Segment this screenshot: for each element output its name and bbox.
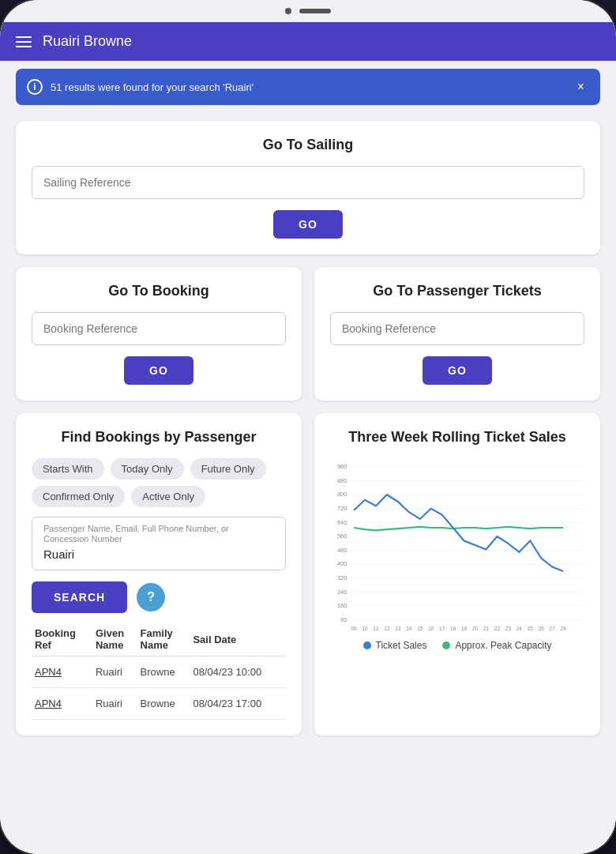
today-only-chip[interactable]: Today Only (111, 458, 184, 480)
go-to-booking-card: Go To Booking GO (16, 267, 302, 401)
app-header: Ruairi Browne (0, 22, 616, 61)
peak-capacity-legend-dot (442, 641, 450, 649)
family-name-cell: Browne (137, 656, 190, 688)
svg-text:80: 80 (340, 616, 347, 623)
passenger-search-input[interactable] (43, 547, 274, 561)
go-to-booking-title: Go To Booking (32, 283, 286, 299)
find-bookings-title: Find Bookings by Passenger (32, 429, 286, 446)
go-to-booking-button[interactable]: GO (124, 356, 193, 385)
ticket-sales-legend: Ticket Sales (363, 640, 427, 651)
main-content: Go To Sailing GO Go To Booking GO Go To … (0, 113, 616, 751)
svg-text:880: 880 (337, 477, 347, 484)
passenger-input-wrapper: Passenger Name, Email, Full Phone Number… (32, 517, 286, 570)
ticket-sales-legend-dot (363, 641, 371, 649)
peak-capacity-line (354, 527, 563, 530)
results-table: BookingRef GivenName FamilyName Sail Dat… (32, 623, 286, 720)
hamburger-menu-icon[interactable] (16, 36, 32, 47)
svg-text:12: 12 (384, 626, 390, 631)
svg-text:560: 560 (337, 532, 347, 540)
ticket-sales-chart: 960 880 800 720 640 560 480 400 320 240 (330, 458, 584, 632)
col-family-name: FamilyName (137, 623, 190, 656)
find-bookings-card: Find Bookings by Passenger Starts With T… (16, 413, 302, 735)
svg-text:160: 160 (337, 602, 347, 609)
booking-reference-input-right[interactable] (330, 312, 584, 345)
filter-chips: Starts With Today Only Future Only Confi… (32, 458, 286, 507)
svg-text:320: 320 (337, 574, 347, 581)
svg-text:720: 720 (337, 505, 347, 512)
info-icon: i (27, 79, 43, 95)
svg-text:24: 24 (516, 626, 523, 631)
svg-text:16: 16 (428, 626, 434, 631)
svg-text:17: 17 (439, 626, 445, 631)
svg-text:09: 09 (351, 626, 357, 631)
passenger-input-label: Passenger Name, Email, Full Phone Number… (43, 524, 274, 544)
booking-reference-input-left[interactable] (32, 312, 286, 345)
speaker-indicator (299, 9, 331, 13)
svg-text:240: 240 (337, 589, 347, 596)
status-bar (0, 0, 616, 22)
svg-text:14: 14 (406, 626, 412, 631)
ticket-sales-line (354, 495, 563, 571)
future-only-chip[interactable]: Future Only (190, 458, 266, 480)
svg-text:26: 26 (539, 626, 545, 631)
svg-text:800: 800 (337, 491, 347, 498)
svg-text:19: 19 (461, 626, 468, 631)
col-sail-date: Sail Date (190, 623, 286, 656)
help-icon[interactable]: ? (137, 583, 165, 611)
chart-svg: 960 880 800 720 640 560 480 400 320 240 (330, 458, 584, 632)
chart-legend: Ticket Sales Approx. Peak Capacity (330, 640, 584, 651)
svg-text:640: 640 (337, 519, 347, 526)
search-row: SEARCH ? (32, 581, 286, 613)
svg-text:15: 15 (417, 626, 423, 631)
svg-text:28: 28 (561, 626, 567, 631)
svg-text:18: 18 (450, 626, 456, 631)
svg-text:25: 25 (528, 626, 534, 631)
go-to-sailing-card: Go To Sailing GO (16, 121, 600, 254)
svg-text:10: 10 (362, 626, 368, 631)
booking-tickets-row: Go To Booking GO Go To Passenger Tickets… (16, 267, 600, 401)
given-name-cell: Ruairi (92, 656, 137, 688)
svg-text:480: 480 (337, 547, 347, 554)
svg-text:11: 11 (373, 626, 379, 631)
device-screen: Ruairi Browne i 51 results were found fo… (0, 0, 616, 854)
find-bookings-chart-row: Find Bookings by Passenger Starts With T… (16, 413, 600, 735)
camera-indicator (285, 8, 291, 14)
svg-text:20: 20 (472, 626, 479, 631)
svg-text:22: 22 (494, 626, 501, 631)
header-title: Ruairi Browne (43, 33, 132, 50)
go-to-sailing-button[interactable]: GO (273, 210, 343, 239)
notification-bar: i 51 results were found for your search … (16, 69, 600, 105)
svg-text:400: 400 (337, 560, 347, 567)
booking-ref-link-2[interactable]: APN4 (35, 698, 62, 709)
col-given-name: GivenName (92, 623, 137, 656)
sail-date-cell-2: 08/04/23 17:00 (190, 688, 286, 720)
booking-ref-link[interactable]: APN4 (35, 666, 62, 678)
device: Ruairi Browne i 51 results were found fo… (0, 0, 616, 854)
close-icon[interactable]: × (573, 78, 589, 96)
confirmed-only-chip[interactable]: Confirmed Only (32, 486, 125, 507)
ticket-sales-legend-label: Ticket Sales (376, 640, 427, 651)
ticket-sales-title: Three Week Rolling Ticket Sales (330, 429, 584, 446)
table-row: APN4 Ruairi Browne 08/04/23 10:00 (32, 656, 286, 688)
table-row: APN4 Ruairi Browne 08/04/23 17:00 (32, 688, 286, 720)
search-button[interactable]: SEARCH (32, 581, 127, 613)
svg-text:13: 13 (395, 626, 401, 631)
family-name-cell-2: Browne (137, 688, 190, 720)
svg-text:960: 960 (337, 463, 347, 470)
svg-text:23: 23 (505, 626, 512, 631)
go-to-passenger-tickets-title: Go To Passenger Tickets (330, 283, 584, 299)
given-name-cell-2: Ruairi (92, 688, 137, 720)
go-to-sailing-title: Go To Sailing (32, 137, 584, 153)
ticket-sales-card: Three Week Rolling Ticket Sales 960 880 … (314, 413, 600, 735)
peak-capacity-legend: Approx. Peak Capacity (442, 640, 551, 651)
svg-text:27: 27 (550, 626, 556, 631)
go-to-passenger-tickets-button[interactable]: GO (423, 356, 492, 385)
sail-date-cell: 08/04/23 10:00 (190, 656, 286, 688)
peak-capacity-legend-label: Approx. Peak Capacity (455, 640, 551, 651)
sailing-reference-input[interactable] (32, 166, 584, 199)
svg-text:21: 21 (483, 626, 490, 631)
active-only-chip[interactable]: Active Only (131, 486, 205, 507)
starts-with-chip[interactable]: Starts With (32, 458, 104, 480)
app-content: Ruairi Browne i 51 results were found fo… (0, 22, 616, 854)
col-booking-ref: BookingRef (32, 623, 92, 656)
